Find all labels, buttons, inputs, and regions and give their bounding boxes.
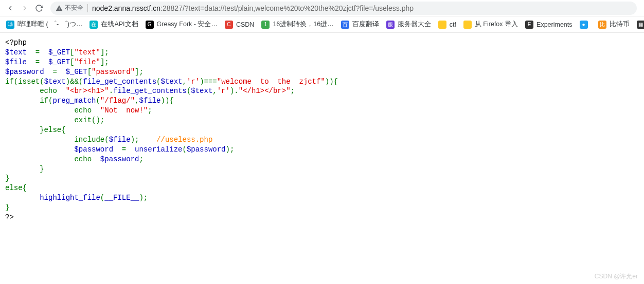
forward-button[interactable] xyxy=(17,1,32,15)
bookmarks-bar: 哔哔哩哔哩 ( ゜- ゜)つ…在在线API文档GGreasy Fork - 安全… xyxy=(0,16,644,33)
bookmark-item[interactable]: 服服务器大全 xyxy=(383,18,434,30)
bookmark-item[interactable]: GGreasy Fork - 安全… xyxy=(142,18,221,30)
bookmark-item[interactable]: ctf xyxy=(435,19,459,30)
bookmark-item[interactable]: 比比特币 xyxy=(595,18,633,30)
bookmark-item[interactable]: CCSDN xyxy=(222,19,257,30)
divider xyxy=(87,4,88,12)
bookmark-overflow[interactable]: ▦ xyxy=(634,19,644,30)
back-button[interactable] xyxy=(3,1,17,15)
browser-toolbar: 不安全 node2.anna.nssctf.cn:28827/?text=dat… xyxy=(0,0,644,16)
insecure-label: 不安全 xyxy=(65,4,83,12)
bookmark-item[interactable]: 116进制转换，16进… xyxy=(258,18,336,30)
address-bar[interactable]: 不安全 node2.anna.nssctf.cn:28827/?text=dat… xyxy=(50,2,637,15)
bookmark-item[interactable]: 从 Firefox 导入 xyxy=(460,18,521,30)
page-content: <?php $text = $_GET["text"]; $file = $_G… xyxy=(0,33,644,228)
bookmark-item[interactable]: 哔哔哩哔哩 ( ゜- ゜)つ… xyxy=(3,18,85,30)
reload-button[interactable] xyxy=(32,1,46,15)
bookmark-item[interactable]: 在在线API文档 xyxy=(86,18,141,30)
bookmark-item[interactable]: EExperiments xyxy=(522,19,575,30)
url-text: node2.anna.nssctf.cn:28827/?text=data://… xyxy=(92,4,414,12)
bookmark-item[interactable]: ● xyxy=(577,19,594,30)
bookmark-item[interactable]: 百百度翻译 xyxy=(338,18,382,30)
insecure-badge: 不安全 xyxy=(56,4,83,12)
